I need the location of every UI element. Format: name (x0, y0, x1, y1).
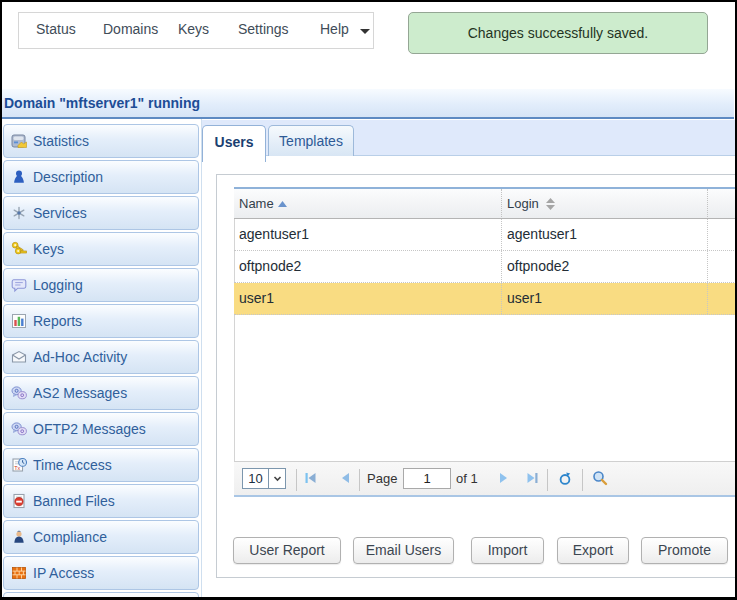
svg-text:Tx: Tx (14, 465, 20, 471)
